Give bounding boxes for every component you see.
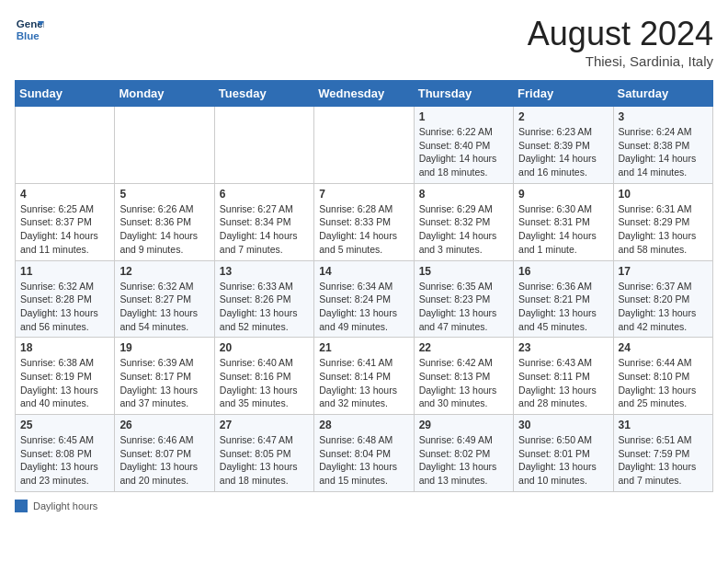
day-content: Sunrise: 6:37 AM Sunset: 8:20 PM Dayligh… <box>619 280 708 334</box>
calendar-cell: 30Sunrise: 6:50 AM Sunset: 8:01 PM Dayli… <box>514 415 613 492</box>
day-number: 17 <box>619 265 708 278</box>
calendar-cell: 3Sunrise: 6:24 AM Sunset: 8:38 PM Daylig… <box>613 107 712 184</box>
calendar-cell: 15Sunrise: 6:35 AM Sunset: 8:23 PM Dayli… <box>414 260 513 338</box>
day-number: 9 <box>518 188 608 201</box>
calendar-table: SundayMondayTuesdayWednesdayThursdayFrid… <box>15 80 713 492</box>
day-number: 6 <box>220 188 309 201</box>
calendar-cell: 27Sunrise: 6:47 AM Sunset: 8:05 PM Dayli… <box>214 415 313 492</box>
calendar-cell: 26Sunrise: 6:46 AM Sunset: 8:07 PM Dayli… <box>115 415 214 492</box>
calendar-cell: 18Sunrise: 6:38 AM Sunset: 8:19 PM Dayli… <box>16 338 115 415</box>
day-content: Sunrise: 6:42 AM Sunset: 8:13 PM Dayligh… <box>419 356 508 410</box>
day-content: Sunrise: 6:29 AM Sunset: 8:32 PM Dayligh… <box>419 202 508 257</box>
day-content: Sunrise: 6:27 AM Sunset: 8:34 PM Dayligh… <box>220 202 309 257</box>
calendar-cell: 5Sunrise: 6:26 AM Sunset: 8:36 PM Daylig… <box>115 183 214 260</box>
day-content: Sunrise: 6:44 AM Sunset: 8:10 PM Dayligh… <box>619 356 708 410</box>
day-number: 5 <box>119 188 209 201</box>
day-content: Sunrise: 6:28 AM Sunset: 8:33 PM Dayligh… <box>319 202 408 257</box>
day-content: Sunrise: 6:26 AM Sunset: 8:36 PM Dayligh… <box>119 202 209 257</box>
day-content: Sunrise: 6:48 AM Sunset: 8:04 PM Dayligh… <box>319 433 408 488</box>
day-content: Sunrise: 6:38 AM Sunset: 8:19 PM Dayligh… <box>20 356 109 410</box>
calendar-day-header: Tuesday <box>214 81 313 107</box>
day-number: 2 <box>518 110 608 123</box>
calendar-cell: 7Sunrise: 6:28 AM Sunset: 8:33 PM Daylig… <box>314 183 414 260</box>
calendar-header-row: SundayMondayTuesdayWednesdayThursdayFrid… <box>16 81 713 107</box>
day-number: 31 <box>619 419 708 431</box>
calendar-cell: 17Sunrise: 6:37 AM Sunset: 8:20 PM Dayli… <box>613 260 712 338</box>
legend-color-box <box>15 500 28 512</box>
calendar-cell: 14Sunrise: 6:34 AM Sunset: 8:24 PM Dayli… <box>314 260 414 338</box>
calendar-cell: 10Sunrise: 6:31 AM Sunset: 8:29 PM Dayli… <box>613 183 712 260</box>
day-content: Sunrise: 6:47 AM Sunset: 8:05 PM Dayligh… <box>220 433 309 488</box>
day-content: Sunrise: 6:49 AM Sunset: 8:02 PM Dayligh… <box>419 433 508 488</box>
calendar-cell: 9Sunrise: 6:30 AM Sunset: 8:31 PM Daylig… <box>514 183 613 260</box>
day-number: 23 <box>518 341 608 354</box>
day-content: Sunrise: 6:40 AM Sunset: 8:16 PM Dayligh… <box>220 356 309 410</box>
day-number: 8 <box>419 188 508 201</box>
day-content: Sunrise: 6:46 AM Sunset: 8:07 PM Dayligh… <box>119 433 209 488</box>
calendar-footer: Daylight hours <box>15 500 713 512</box>
day-number: 26 <box>119 419 209 431</box>
calendar-week-row: 1Sunrise: 6:22 AM Sunset: 8:40 PM Daylig… <box>16 107 713 184</box>
calendar-week-row: 25Sunrise: 6:45 AM Sunset: 8:08 PM Dayli… <box>16 415 713 492</box>
calendar-day-header: Monday <box>115 81 214 107</box>
day-content: Sunrise: 6:32 AM Sunset: 8:28 PM Dayligh… <box>20 280 109 334</box>
calendar-cell: 1Sunrise: 6:22 AM Sunset: 8:40 PM Daylig… <box>414 107 513 184</box>
calendar-cell: 21Sunrise: 6:41 AM Sunset: 8:14 PM Dayli… <box>314 338 414 415</box>
day-content: Sunrise: 6:50 AM Sunset: 8:01 PM Dayligh… <box>518 433 608 488</box>
calendar-cell: 13Sunrise: 6:33 AM Sunset: 8:26 PM Dayli… <box>214 260 313 338</box>
legend-label: Daylight hours <box>33 500 97 511</box>
day-number: 25 <box>20 419 109 431</box>
calendar-cell <box>115 107 214 184</box>
calendar-week-row: 4Sunrise: 6:25 AM Sunset: 8:37 PM Daylig… <box>16 183 713 260</box>
day-number: 27 <box>220 419 309 431</box>
day-content: Sunrise: 6:45 AM Sunset: 8:08 PM Dayligh… <box>20 433 109 488</box>
calendar-cell: 25Sunrise: 6:45 AM Sunset: 8:08 PM Dayli… <box>16 415 115 492</box>
day-content: Sunrise: 6:25 AM Sunset: 8:37 PM Dayligh… <box>20 202 109 257</box>
day-content: Sunrise: 6:32 AM Sunset: 8:27 PM Dayligh… <box>119 280 209 334</box>
calendar-day-header: Thursday <box>414 81 513 107</box>
month-year: August 2024 <box>528 15 713 53</box>
calendar-cell: 6Sunrise: 6:27 AM Sunset: 8:34 PM Daylig… <box>214 183 313 260</box>
day-content: Sunrise: 6:41 AM Sunset: 8:14 PM Dayligh… <box>319 356 408 410</box>
day-number: 28 <box>319 419 408 431</box>
day-number: 29 <box>419 419 508 431</box>
calendar-day-header: Wednesday <box>314 81 414 107</box>
calendar-cell: 22Sunrise: 6:42 AM Sunset: 8:13 PM Dayli… <box>414 338 513 415</box>
day-content: Sunrise: 6:35 AM Sunset: 8:23 PM Dayligh… <box>419 280 508 334</box>
day-content: Sunrise: 6:23 AM Sunset: 8:39 PM Dayligh… <box>518 125 608 179</box>
calendar-cell: 12Sunrise: 6:32 AM Sunset: 8:27 PM Dayli… <box>115 260 214 338</box>
calendar-cell: 4Sunrise: 6:25 AM Sunset: 8:37 PM Daylig… <box>16 183 115 260</box>
calendar-cell <box>314 107 414 184</box>
day-number: 20 <box>220 341 309 354</box>
day-number: 15 <box>419 265 508 278</box>
svg-text:Blue: Blue <box>17 30 40 41</box>
day-content: Sunrise: 6:43 AM Sunset: 8:11 PM Dayligh… <box>518 356 608 410</box>
day-content: Sunrise: 6:51 AM Sunset: 7:59 PM Dayligh… <box>619 433 708 488</box>
calendar-cell: 23Sunrise: 6:43 AM Sunset: 8:11 PM Dayli… <box>514 338 613 415</box>
day-number: 13 <box>220 265 309 278</box>
calendar-cell: 28Sunrise: 6:48 AM Sunset: 8:04 PM Dayli… <box>314 415 414 492</box>
day-number: 10 <box>619 188 708 201</box>
calendar-cell: 16Sunrise: 6:36 AM Sunset: 8:21 PM Dayli… <box>514 260 613 338</box>
calendar-week-row: 11Sunrise: 6:32 AM Sunset: 8:28 PM Dayli… <box>16 260 713 338</box>
day-number: 30 <box>518 419 608 431</box>
calendar-cell: 24Sunrise: 6:44 AM Sunset: 8:10 PM Dayli… <box>613 338 712 415</box>
day-content: Sunrise: 6:24 AM Sunset: 8:38 PM Dayligh… <box>619 125 708 179</box>
calendar-cell: 20Sunrise: 6:40 AM Sunset: 8:16 PM Dayli… <box>214 338 313 415</box>
calendar-cell: 31Sunrise: 6:51 AM Sunset: 7:59 PM Dayli… <box>613 415 712 492</box>
day-content: Sunrise: 6:36 AM Sunset: 8:21 PM Dayligh… <box>518 280 608 334</box>
calendar-day-header: Sunday <box>16 81 115 107</box>
calendar-cell <box>16 107 115 184</box>
day-number: 3 <box>619 110 708 123</box>
day-number: 24 <box>619 341 708 354</box>
day-content: Sunrise: 6:22 AM Sunset: 8:40 PM Dayligh… <box>419 125 508 179</box>
day-number: 11 <box>20 265 109 278</box>
day-content: Sunrise: 6:34 AM Sunset: 8:24 PM Dayligh… <box>319 280 408 334</box>
day-content: Sunrise: 6:39 AM Sunset: 8:17 PM Dayligh… <box>119 356 209 410</box>
day-number: 16 <box>518 265 608 278</box>
day-number: 12 <box>119 265 209 278</box>
calendar-cell: 19Sunrise: 6:39 AM Sunset: 8:17 PM Dayli… <box>115 338 214 415</box>
calendar-week-row: 18Sunrise: 6:38 AM Sunset: 8:19 PM Dayli… <box>16 338 713 415</box>
logo-icon: General Blue <box>15 15 44 44</box>
day-number: 7 <box>319 188 408 201</box>
